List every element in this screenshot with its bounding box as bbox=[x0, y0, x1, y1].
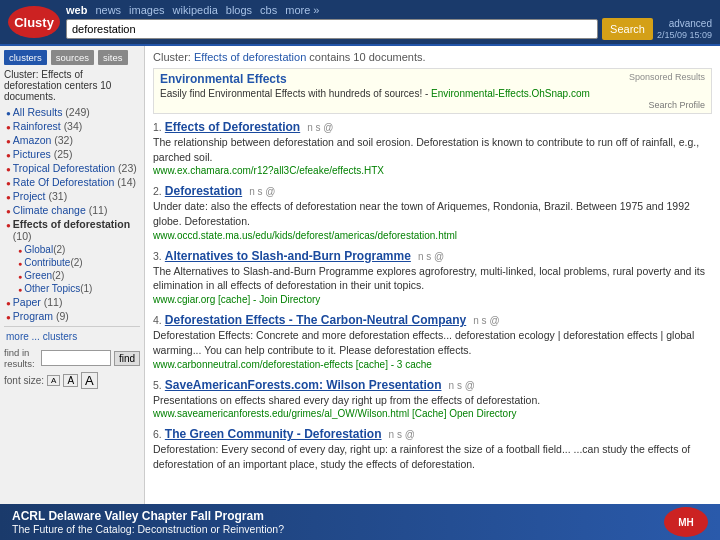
font-row: font size: A A A bbox=[4, 372, 140, 389]
bullet-icon: ● bbox=[6, 313, 11, 322]
climate-label: Climate change (11) bbox=[13, 204, 108, 216]
contribute-label: Contribute(2) bbox=[24, 257, 82, 268]
result-1-desc: The relationship between deforestation a… bbox=[153, 135, 712, 164]
find-button[interactable]: find bbox=[114, 351, 140, 366]
logo[interactable]: Clusty bbox=[8, 6, 60, 38]
result-1-title[interactable]: Effects of Deforestation bbox=[165, 120, 300, 134]
sidebar-effects[interactable]: ● Effects of deforestation (10) bbox=[4, 217, 140, 243]
result-2-num: 2. bbox=[153, 185, 162, 197]
result-2-title[interactable]: Deforestation bbox=[165, 184, 242, 198]
cluster-header: Cluster: Effects of deforestation contai… bbox=[153, 51, 712, 63]
sidebar-climate[interactable]: ● Climate change (11) bbox=[4, 203, 140, 217]
cluster-count: Cluster: Effects of deforestation center… bbox=[4, 69, 140, 102]
sponsored-block: Sponsored Results Environmental Effects … bbox=[153, 68, 712, 114]
result-5-icons: n s @ bbox=[449, 380, 475, 391]
sponsored-label: Sponsored Results bbox=[629, 72, 705, 82]
tab-clusters[interactable]: clusters bbox=[4, 50, 47, 65]
result-4-desc: Deforestation Effects: Concrete and more… bbox=[153, 328, 712, 357]
sidebar-global[interactable]: ● Global(2) bbox=[16, 243, 140, 256]
result-1-url[interactable]: www.ex.chamara.com/r12?all3C/efeake/effe… bbox=[153, 165, 712, 176]
other-topics-label: Other Topics(1) bbox=[24, 283, 92, 294]
bottom-bar: ACRL Delaware Valley Chapter Fall Progra… bbox=[0, 504, 720, 540]
bullet-icon: ● bbox=[6, 207, 11, 216]
result-2-icons: n s @ bbox=[249, 186, 275, 197]
bottom-logo: MH bbox=[664, 507, 708, 537]
result-4-num: 4. bbox=[153, 314, 162, 326]
sidebar-project[interactable]: ● Project (31) bbox=[4, 189, 140, 203]
result-5-desc: Presentations on effects shared every da… bbox=[153, 393, 712, 408]
sidebar-green[interactable]: ● Green(2) bbox=[16, 269, 140, 282]
sidebar-all-results[interactable]: ● All Results (249) bbox=[4, 105, 140, 119]
program-label: Program (9) bbox=[13, 310, 69, 322]
date-hint: 2/15/09 15:09 bbox=[657, 30, 712, 40]
sidebar-paper[interactable]: ● Paper (11) bbox=[4, 295, 140, 309]
font-small-button[interactable]: A bbox=[47, 375, 60, 386]
nav-images[interactable]: images bbox=[129, 4, 164, 16]
font-med-button[interactable]: A bbox=[63, 374, 78, 387]
font-label: font size: bbox=[4, 375, 44, 386]
search-bar: Search advanced 2/15/09 15:09 bbox=[66, 18, 712, 40]
nav-wikipedia[interactable]: wikipedia bbox=[173, 4, 218, 16]
result-3-title[interactable]: Alternatives to Slash-and-Burn Programme bbox=[165, 249, 411, 263]
result-3-icons: n s @ bbox=[418, 251, 444, 262]
result-3: 3. Alternatives to Slash-and-Burn Progra… bbox=[153, 249, 712, 305]
result-2: 2. Deforestation n s @ Under date: also … bbox=[153, 184, 712, 240]
nav-web[interactable]: web bbox=[66, 4, 87, 16]
bullet-icon: ● bbox=[6, 151, 11, 160]
tab-sites[interactable]: sites bbox=[98, 50, 128, 65]
bottom-text: ACRL Delaware Valley Chapter Fall Progra… bbox=[12, 509, 656, 535]
result-4-title[interactable]: Deforestation Effects - The Carbon-Neutr… bbox=[165, 313, 466, 327]
result-1: 1. Effects of Deforestation n s @ The re… bbox=[153, 120, 712, 176]
paper-label: Paper (11) bbox=[13, 296, 63, 308]
all-results-count: (249) bbox=[65, 106, 90, 118]
nav-more[interactable]: more » bbox=[285, 4, 319, 16]
result-5-url[interactable]: www.saveamericanforests.edu/grimes/al_OW… bbox=[153, 408, 712, 419]
sidebar-amazon[interactable]: ● Amazon (32) bbox=[4, 133, 140, 147]
search-input[interactable] bbox=[66, 19, 598, 39]
result-4: 4. Deforestation Effects - The Carbon-Ne… bbox=[153, 313, 712, 369]
bullet-icon: ● bbox=[6, 137, 11, 146]
result-2-url[interactable]: www.occd.state.ma.us/edu/kids/deforest/a… bbox=[153, 230, 712, 241]
green-label: Green(2) bbox=[24, 270, 64, 281]
font-large-button[interactable]: A bbox=[81, 372, 98, 389]
sidebar-rainforest[interactable]: ● Rainforest (34) bbox=[4, 119, 140, 133]
advanced-link[interactable]: advanced bbox=[669, 18, 712, 29]
find-input[interactable] bbox=[41, 350, 111, 366]
sidebar-program[interactable]: ● Program (9) bbox=[4, 309, 140, 323]
bullet-icon: ● bbox=[18, 286, 22, 293]
result-5: 5. SaveAmericanForests.com: Wilson Prese… bbox=[153, 378, 712, 420]
result-5-num: 5. bbox=[153, 379, 162, 391]
result-3-num: 3. bbox=[153, 250, 162, 262]
result-6: 6. The Green Community - Deforestation n… bbox=[153, 427, 712, 471]
sponsored-url[interactable]: Environmental-Effects.OhSnap.com bbox=[431, 88, 590, 99]
tropical-label: Tropical Deforestation (23) bbox=[13, 162, 137, 174]
nav-news[interactable]: news bbox=[95, 4, 121, 16]
sidebar-more-clusters[interactable]: more ... clusters bbox=[4, 330, 140, 343]
sidebar-rate[interactable]: ● Rate Of Deforestation (14) bbox=[4, 175, 140, 189]
bullet-icon: ● bbox=[6, 123, 11, 132]
sidebar-other-topics[interactable]: ● Other Topics(1) bbox=[16, 282, 140, 295]
sidebar-tropical[interactable]: ● Tropical Deforestation (23) bbox=[4, 161, 140, 175]
sidebar-contribute[interactable]: ● Contribute(2) bbox=[16, 256, 140, 269]
result-3-url[interactable]: www.cgiar.org [cache] - Join Directory bbox=[153, 294, 712, 305]
result-4-icons: n s @ bbox=[473, 315, 499, 326]
bullet-icon: ● bbox=[18, 260, 22, 267]
effects-label: Effects of deforestation (10) bbox=[13, 218, 138, 242]
cluster-name: Effects of deforestation bbox=[194, 51, 306, 63]
amazon-label: Amazon (32) bbox=[13, 134, 73, 146]
sponsored-title[interactable]: Environmental Effects bbox=[160, 72, 705, 86]
sponsored-desc: Easily find Environmental Effects with h… bbox=[160, 88, 705, 99]
result-6-title[interactable]: The Green Community - Deforestation bbox=[165, 427, 382, 441]
result-4-url[interactable]: www.carbonneutral.com/deforestation-effe… bbox=[153, 359, 712, 370]
sidebar-sub-items: ● Global(2) ● Contribute(2) ● Green(2) ●… bbox=[4, 243, 140, 295]
nav-cbs[interactable]: cbs bbox=[260, 4, 277, 16]
main-layout: clusters sources sites Cluster: Effects … bbox=[0, 44, 720, 504]
result-1-num: 1. bbox=[153, 121, 162, 133]
search-profile-link[interactable]: Search Profile bbox=[160, 100, 705, 110]
sidebar-pictures[interactable]: ● Pictures (25) bbox=[4, 147, 140, 161]
result-5-title[interactable]: SaveAmericanForests.com: Wilson Presenta… bbox=[165, 378, 442, 392]
search-button[interactable]: Search bbox=[602, 18, 653, 40]
global-label: Global(2) bbox=[24, 244, 65, 255]
nav-blogs[interactable]: blogs bbox=[226, 4, 252, 16]
tab-sources[interactable]: sources bbox=[51, 50, 94, 65]
